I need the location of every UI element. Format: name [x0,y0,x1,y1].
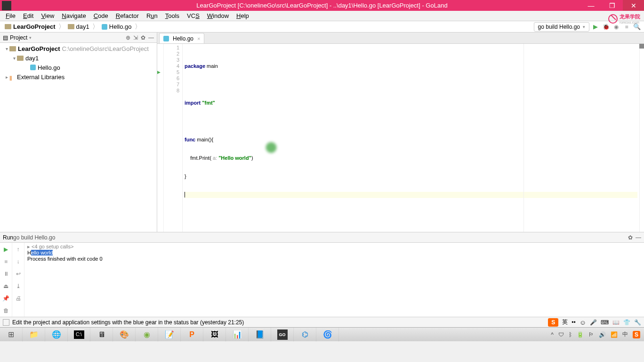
chevron-down-icon[interactable]: ▾ [11,56,17,61]
menu-help[interactable]: Help [233,11,253,20]
cursor-highlight-blob [265,141,278,154]
tray-s-icon[interactable]: S [633,331,640,338]
run-gutter-icon[interactable]: ▶ [157,69,161,75]
tray-wifi-icon[interactable]: 📶 [611,331,618,338]
menu-tools[interactable]: Tools [161,11,183,20]
hide-icon[interactable]: — [148,34,154,41]
breadcrumb-project[interactable]: LearGoProject [3,23,57,30]
menu-file[interactable]: File [2,11,19,20]
folder-icon [17,56,24,61]
up-icon[interactable]: ↑ [15,246,22,253]
editor-area: Hello.go × 1 2 3 4 5▶ 6 7 8 package main… [157,33,644,232]
code-editor[interactable]: package main import "fmt" func main(){ f… [183,44,639,232]
inspection-indicator[interactable] [639,44,644,49]
status-bar-right: S 英 •• ☺ 🎤 ⌨ 📖 👕 🔧 [548,318,641,327]
menu-view[interactable]: View [37,11,58,20]
stop-icon[interactable]: ■ [2,258,10,265]
taskbar-chrome[interactable]: 🌐 [45,328,68,342]
ime-lang[interactable]: 英 [562,318,568,326]
rerun-icon[interactable]: ▶ [2,246,10,253]
pin-icon[interactable]: 📌 [2,295,10,302]
minimize-button[interactable]: — [580,0,602,11]
taskbar-paint[interactable]: 🎨 [113,328,136,342]
tray-volume-icon[interactable]: 🔊 [599,331,606,338]
close-button[interactable]: ✕ [623,0,644,11]
tree-project-root[interactable]: ▾ LearGoProject C:\onelineGo\src\LearGoP… [0,44,157,53]
menu-code[interactable]: Code [90,11,112,20]
maximize-button[interactable]: ❐ [602,0,623,11]
folder-icon [9,46,16,51]
chevron-down-icon[interactable]: ▾ [29,35,32,40]
windows-taskbar: ⊞ 📁 🌐 C:\ 🖥 🎨 ◉ 📝 P 🖼 📊 📘 GO ⌬ 🌀 ^ 🛡 ᛒ 🔋… [0,327,644,341]
pause-icon[interactable]: ⏸ [2,270,10,278]
taskbar-explorer[interactable]: 📁 [23,328,45,342]
taskbar-vscode[interactable]: ⌬ [294,328,316,342]
breadcrumb-folder[interactable]: day1 [66,23,91,30]
tool-windows-icon[interactable] [3,319,9,326]
menu-vcs[interactable]: VCS [183,11,203,20]
trash-icon[interactable]: 🗑 [2,307,10,314]
taskbar-photos[interactable]: 🖼 [203,328,226,342]
taskbar-app1[interactable]: 🖥 [90,328,113,342]
taskbar-ppt[interactable]: P [181,328,203,342]
tray-flag-icon[interactable]: 🏳 [588,331,594,338]
chevron-right-icon: 〉 [134,23,142,31]
tray-app-icon[interactable]: 🛡 [558,331,564,338]
start-button[interactable]: ⊞ [0,328,23,342]
taskbar-notepad[interactable]: 📝 [158,328,181,342]
menu-run[interactable]: Run [143,11,161,20]
run-button[interactable]: ▶ [591,23,600,31]
soft-wrap-icon[interactable]: ↩ [15,270,22,278]
scroll-from-source-icon[interactable]: ⊕ [126,34,130,41]
tree-folder[interactable]: ▾ day1 [0,53,157,63]
tray-bluetooth-icon[interactable]: ᛒ [569,331,572,338]
tray-chevron-icon[interactable]: ^ [551,331,554,338]
tree-file[interactable]: Hello.go [0,63,157,72]
menu-refactor[interactable]: Refactor [112,11,143,20]
system-tray: ^ 🛡 ᛒ 🔋 🏳 🔊 📶 中 S [551,330,644,338]
taskbar-browser[interactable]: ◉ [136,328,158,342]
gear-icon[interactable]: ✿ [628,234,633,241]
print-icon[interactable]: 🖨 [15,295,22,302]
go-file-icon [163,36,169,41]
run-configuration-dropdown[interactable]: go build Hello.go ▾ [534,22,589,32]
tool-icon[interactable]: 🔧 [634,319,641,326]
navigation-bar: LearGoProject 〉 day1 〉 Hello.go 〉 go bui… [0,21,644,33]
down-icon[interactable]: ↓ [15,258,22,265]
collapse-all-icon[interactable]: ⇲ [133,34,138,41]
tree-external-libraries[interactable]: ▸ External Libraries [0,72,157,82]
emoji-icon[interactable]: ☺ [580,319,586,326]
menu-edit[interactable]: Edit [19,11,37,20]
taskbar-app4[interactable]: 🌀 [316,328,339,342]
taskbar-app3[interactable]: 📘 [249,328,271,342]
project-tree[interactable]: ▾ LearGoProject C:\onelineGo\src\LearGoP… [0,43,157,232]
menu-window[interactable]: Window [203,11,233,20]
project-panel-title: Project [10,34,27,41]
editor-right-gutter[interactable] [639,44,644,232]
tree-item-label: LearGoProject [18,45,60,52]
mic-icon[interactable]: 🎤 [590,319,597,326]
exit-icon[interactable]: ⏏ [2,282,10,290]
tray-lang-icon[interactable]: 中 [622,330,628,338]
run-panel-config-name: go build Hello.go [13,234,55,241]
editor-tab-hello[interactable]: Hello.go × [159,33,204,43]
ime-indicator[interactable]: S [548,318,558,327]
breadcrumb-file[interactable]: Hello.go [100,23,134,30]
gear-icon[interactable]: ✿ [141,34,145,41]
ime-punct-icon[interactable]: •• [572,319,575,326]
skin-icon[interactable]: 👕 [623,319,630,326]
chevron-down-icon[interactable]: ▾ [4,46,9,51]
chevron-right-icon[interactable]: ▸ [4,74,9,80]
run-toolbar-left2: ↑ ↓ ↩ ⤓ 🖨 [12,243,24,317]
scroll-end-icon[interactable]: ⤓ [15,282,22,290]
run-console-output[interactable]: ▸ <4 go setup calls> Hello world Process… [24,243,644,317]
taskbar-app2[interactable]: 📊 [226,328,249,342]
close-tab-icon[interactable]: × [197,36,200,41]
taskbar-goland[interactable]: GO [271,328,294,342]
taskbar-terminal[interactable]: C:\ [68,328,90,342]
keyboard-icon[interactable]: ⌨ [601,319,609,326]
menu-navigate[interactable]: Navigate [58,11,89,20]
tray-battery-icon[interactable]: 🔋 [577,331,584,338]
dict-icon[interactable]: 📖 [612,319,620,326]
hide-icon[interactable]: — [636,234,641,241]
